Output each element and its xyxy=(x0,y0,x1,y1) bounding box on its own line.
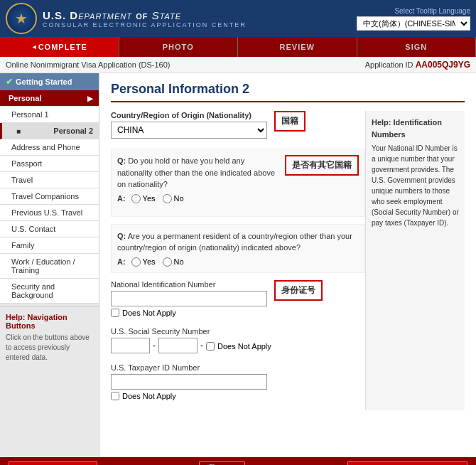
sidebar-item-travel-companions-label: Travel Companions xyxy=(11,192,79,201)
ssn-input-2[interactable] xyxy=(158,338,198,353)
nationality-label: Country/Region of Origin (Nationality) xyxy=(111,111,267,119)
q1-a-label: A: xyxy=(117,194,126,203)
ssn-dna-checkbox[interactable] xyxy=(206,342,215,351)
sidebar-item-travel-label: Travel xyxy=(11,176,33,184)
q2-question: Are you a permanent resident of a countr… xyxy=(117,232,352,252)
sidebar-item-travel[interactable]: Travel xyxy=(0,172,99,188)
q1-radio-group: Yes No xyxy=(131,194,184,203)
sidebar-item-family[interactable]: Family xyxy=(0,237,99,254)
tab-photo[interactable]: PHOTO xyxy=(119,37,239,57)
taxpayer-input[interactable] xyxy=(111,374,267,390)
language-select[interactable]: 中文(简体）(CHINESE-SIMPLI xyxy=(357,16,470,31)
content-inner: Country/Region of Origin (Nationality) C… xyxy=(111,111,465,410)
tab-complete[interactable]: COMPLETE xyxy=(0,37,119,57)
sidebar-help-text: Click on the buttons above to access pre… xyxy=(6,333,93,363)
sidebar-item-personal[interactable]: Personal ▶ xyxy=(0,90,99,107)
help-panel-title: Help: Identification Numbers xyxy=(372,117,459,140)
bullet-icon: ■ xyxy=(16,127,21,135)
ssn-dash-2: - xyxy=(200,341,203,351)
q1-no-option[interactable]: No xyxy=(163,194,184,203)
q1-content: Q: Do you hold or have you held any nati… xyxy=(117,155,278,203)
q1-q-label: Q: xyxy=(117,156,126,165)
q2-no-option[interactable]: No xyxy=(163,257,184,267)
national-id-tooltip[interactable]: 身份证号 xyxy=(274,280,323,301)
sidebar-item-security[interactable]: Security and Background xyxy=(0,279,99,304)
site-title: U.S. Department of State xyxy=(43,9,247,21)
header-left: ★ U.S. Department of State CONSULAR ELEC… xyxy=(6,3,247,34)
ssn-section: U.S. Social Security Number - - Does Not… xyxy=(111,327,365,353)
q1-text: Q: Do you hold or have you held any nati… xyxy=(117,155,278,191)
site-subtitle: CONSULAR ELECTRONIC APPLICATION CENTER xyxy=(43,21,247,28)
q2-answer-row: A: Yes No xyxy=(117,257,359,267)
q2-no-radio[interactable] xyxy=(163,257,172,267)
sidebar-section-getting-started: ✔ Getting Started xyxy=(0,73,99,90)
sidebar-item-work-label: Work / Education / Training xyxy=(11,257,93,274)
sidebar-item-prev-travel[interactable]: Previous U.S. Travel xyxy=(0,205,99,221)
save-button[interactable]: 💾 Save xyxy=(199,461,246,466)
q1-yes-label: Yes xyxy=(143,194,156,203)
sidebar-item-personal1-label: Personal 1 xyxy=(11,110,49,119)
sidebar-item-prev-travel-label: Previous U.S. Travel xyxy=(11,208,82,217)
q1-yes-option[interactable]: Yes xyxy=(131,194,156,203)
taxpayer-dna-checkbox[interactable] xyxy=(111,392,119,400)
q2-a-label: A: xyxy=(117,257,126,266)
breadcrumb: Online Nonimmigrant Visa Application (DS… xyxy=(0,57,476,73)
seal-icon: ★ xyxy=(6,3,37,34)
header-text: U.S. Department of State CONSULAR ELECTR… xyxy=(43,9,247,28)
back-button[interactable]: ◄ Back: Personal 1 xyxy=(9,461,97,465)
sidebar-item-personal2-label: Personal 2 xyxy=(53,127,93,135)
app-id: Application ID AA005QJ9YG xyxy=(365,60,470,70)
form-area: Country/Region of Origin (Nationality) C… xyxy=(111,111,365,410)
national-id-field: National Identification Number Does Not … xyxy=(111,280,267,317)
ssn-input-1[interactable] xyxy=(111,338,150,353)
sidebar-item-us-contact[interactable]: U.S. Contact xyxy=(0,221,99,237)
taxpayer-dna-label: Does Not Apply xyxy=(122,392,176,400)
national-id-dna-row: Does Not Apply xyxy=(111,309,267,317)
ssn-row: - - Does Not Apply xyxy=(111,338,365,353)
sidebar: ✔ Getting Started Personal ▶ Personal 1 … xyxy=(0,73,99,457)
sidebar-item-family-label: Family xyxy=(11,241,34,250)
sidebar-item-security-label: Security and Background xyxy=(11,282,93,299)
nationality-select[interactable]: CHINA xyxy=(111,122,267,139)
q2-q-label: Q: xyxy=(117,232,126,240)
sidebar-help-title: Help: Navigation Buttons xyxy=(6,313,93,330)
sidebar-help: Help: Navigation Buttons Click on the bu… xyxy=(0,306,99,368)
q1-tooltip[interactable]: 是否有其它国籍 xyxy=(285,155,359,176)
tab-review[interactable]: REVIEW xyxy=(238,37,357,57)
q2-yes-label: Yes xyxy=(143,257,156,266)
sidebar-section-label: Getting Started xyxy=(16,78,72,86)
tab-sign[interactable]: SIGN xyxy=(357,37,477,57)
ssn-dash-1: - xyxy=(153,341,156,351)
sidebar-item-passport[interactable]: Passport xyxy=(0,156,99,172)
breadcrumb-text: Online Nonimmigrant Visa Application (DS… xyxy=(6,60,171,69)
next-button[interactable]: Next: Address and Phone ► xyxy=(347,461,467,465)
sidebar-item-address[interactable]: Address and Phone xyxy=(0,139,99,156)
q2-yes-radio[interactable] xyxy=(131,257,141,267)
national-id-dna-checkbox[interactable] xyxy=(111,309,119,317)
sidebar-item-personal2[interactable]: ■ Personal 2 xyxy=(0,123,99,139)
sidebar-item-travel-companions[interactable]: Travel Companions xyxy=(0,188,99,205)
sidebar-item-passport-label: Passport xyxy=(11,159,42,168)
national-id-input[interactable] xyxy=(111,291,267,306)
taxpayer-dna-row: Does Not Apply xyxy=(111,392,365,400)
national-id-dna-label: Does Not Apply xyxy=(122,309,176,317)
sidebar-item-us-contact-label: U.S. Contact xyxy=(11,225,55,233)
q2-block: Q: Are you a permanent resident of a cou… xyxy=(111,224,365,273)
taxpayer-label: U.S. Taxpayer ID Number xyxy=(111,363,365,372)
q1-yes-radio[interactable] xyxy=(131,194,141,203)
sidebar-item-personal1[interactable]: Personal 1 xyxy=(0,107,99,123)
sidebar-item-work[interactable]: Work / Education / Training xyxy=(0,254,99,279)
ssn-dna-row: Does Not Apply xyxy=(206,342,271,351)
tooltip-lang-label: Select Tooltip Language xyxy=(357,7,470,15)
nationality-tooltip[interactable]: 国籍 xyxy=(274,111,305,132)
ssn-dna-label: Does Not Apply xyxy=(217,342,271,351)
nav-tabs: COMPLETE PHOTO REVIEW SIGN xyxy=(0,37,476,57)
sidebar-item-personal-label: Personal xyxy=(9,94,41,102)
q2-text: Q: Are you a permanent resident of a cou… xyxy=(117,230,359,254)
q1-no-radio[interactable] xyxy=(163,194,172,203)
taxpayer-section: U.S. Taxpayer ID Number Does Not Apply xyxy=(111,363,365,400)
q1-row: Q: Do you hold or have you held any nati… xyxy=(117,155,359,203)
q2-yes-option[interactable]: Yes xyxy=(131,257,156,267)
header-right: Select Tooltip Language 中文(简体）(CHINESE-S… xyxy=(357,7,470,31)
page-title: Personal Information 2 xyxy=(111,82,465,102)
